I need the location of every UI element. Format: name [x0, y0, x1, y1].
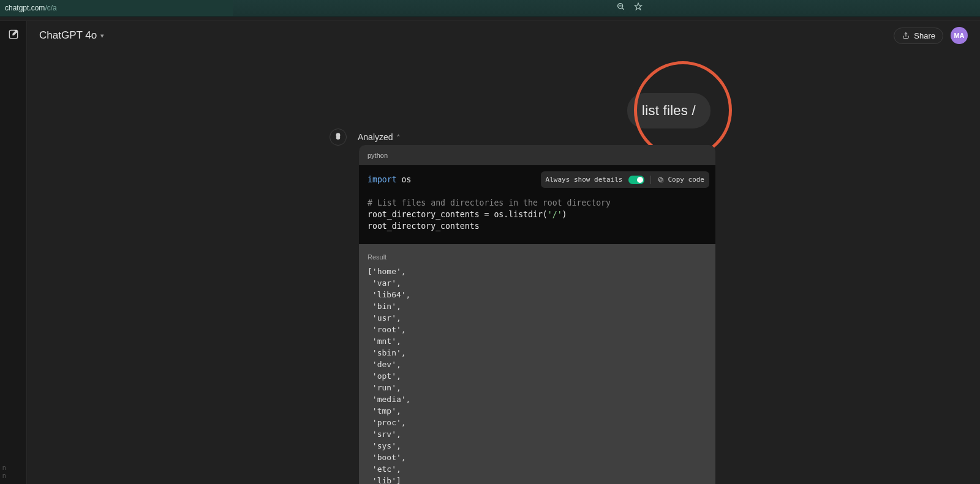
divider: [650, 176, 651, 184]
chevron-down-icon: ▾: [100, 32, 104, 40]
analyzed-label: Analyzed: [358, 132, 393, 142]
avatar[interactable]: MA: [951, 27, 968, 44]
svg-line-1: [622, 8, 624, 10]
share-label: Share: [914, 31, 935, 40]
url-path: /c/a: [45, 4, 56, 12]
copy-code-label: Copy code: [668, 174, 704, 185]
analyzed-toggle[interactable]: Analyzed ˄: [358, 132, 400, 142]
left-rail: n n: [0, 21, 27, 484]
browser-urlbar: chatgpt.com/c/a: [0, 0, 980, 17]
code-panel: python Always show details Copy code imp…: [359, 145, 715, 484]
share-button[interactable]: Share: [894, 28, 943, 44]
rail-hint-2: n: [2, 472, 6, 479]
always-show-details-label: Always show details: [546, 174, 623, 185]
result-panel: Result ['home', 'var', 'lib64', 'bin', '…: [359, 244, 715, 484]
rail-hint-1: n: [2, 464, 6, 472]
result-label: Result: [368, 251, 707, 263]
assistant-avatar-icon: [330, 128, 347, 146]
tab-strip: [0, 17, 980, 21]
urlbar-field[interactable]: chatgpt.com/c/a: [0, 0, 233, 16]
user-message: list files /: [627, 93, 710, 128]
copy-code-button[interactable]: Copy code: [657, 174, 704, 185]
conversation-pane: list files / Analyzed ˄ python Always sh…: [27, 50, 980, 484]
code-actions: Always show details Copy code: [541, 171, 709, 188]
new-chat-icon[interactable]: [7, 28, 20, 43]
result-content[interactable]: ['home', 'var', 'lib64', 'bin', 'usr', '…: [368, 266, 707, 484]
model-switcher[interactable]: ChatGPT 4o ▾: [39, 29, 104, 42]
code-body: Always show details Copy code import os …: [359, 165, 715, 244]
svg-rect-4: [660, 179, 663, 182]
topbar: ChatGPT 4o ▾ Share MA: [27, 21, 980, 50]
star-icon[interactable]: [633, 2, 643, 14]
always-show-details-toggle[interactable]: [628, 176, 644, 184]
chevron-up-icon: ˄: [397, 134, 400, 141]
model-label: ChatGPT 4o: [39, 29, 97, 42]
svg-rect-5: [659, 177, 663, 181]
zoom-icon[interactable]: [616, 2, 626, 14]
url-host: chatgpt.com: [5, 4, 45, 12]
code-language-label: python: [359, 145, 715, 165]
